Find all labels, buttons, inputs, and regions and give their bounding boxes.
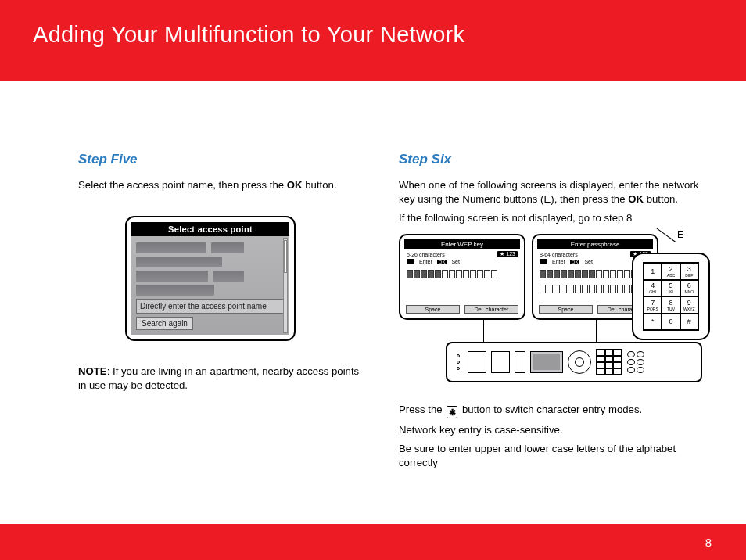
- lcd5-item-blurred: [136, 242, 285, 253]
- lcd1-enter: Enter: [419, 259, 432, 264]
- key-4: 4GHI: [644, 280, 662, 297]
- note-label: NOTE: [78, 365, 107, 377]
- step5-instr-post: button.: [303, 179, 337, 191]
- lcd2-set: Set: [584, 259, 593, 264]
- key-0: 0: [662, 314, 680, 331]
- lcd5-item-blurred: [136, 257, 285, 267]
- step5-instr-pre: Select the access point name, then press…: [78, 179, 287, 191]
- panel-nav-wheel-icon: [568, 350, 591, 374]
- step6-p1-post: button.: [644, 193, 678, 205]
- step-six-column: Step Six When one of the following scree…: [399, 152, 713, 475]
- step-six-heading: Step Six: [399, 152, 713, 167]
- keypad-grid-icon: [407, 259, 414, 264]
- key-6: 6MNO: [680, 280, 698, 297]
- numeric-keypad: 1 2ABC 3DEF 4GHI 5JKL 6MNO 7PQRS 8TUV 9W…: [632, 253, 710, 340]
- step6-after1: Press the ✱ button to switch character e…: [399, 403, 713, 418]
- lcd2-space-btn: Space: [539, 305, 593, 314]
- key-3: 3DEF: [680, 263, 698, 280]
- lcd1-set: Set: [451, 259, 460, 264]
- ok-icon: OK: [437, 260, 447, 264]
- panel-lcd-icon: [530, 351, 563, 373]
- blur-segment: [136, 257, 222, 267]
- panel-keypad-icon: [596, 349, 622, 375]
- blur-segment: [136, 242, 206, 253]
- star-button-icon: ✱: [447, 406, 457, 418]
- key-8: 8TUV: [662, 296, 680, 314]
- key-9: 9WXYZ: [680, 296, 698, 314]
- page-footer: 8: [0, 524, 746, 560]
- lcd5-directly-enter: Directly enter the access point name: [136, 299, 285, 314]
- keypad-grid-icon: [540, 259, 547, 264]
- panel-button: [515, 351, 525, 373]
- blur-segment: [136, 285, 214, 296]
- document-page: Adding Your Multifunction to Your Networ…: [0, 0, 746, 560]
- lcd5-item-blurred: [136, 285, 285, 296]
- lcd2-title: Enter passphrase: [537, 239, 653, 249]
- ok-icon: OK: [570, 260, 580, 264]
- panel-oval-buttons: [627, 351, 644, 373]
- step6-p2: If the following screen is not displayed…: [399, 211, 713, 225]
- key-2: 2ABC: [662, 263, 680, 280]
- lcd1-mode: 123: [506, 251, 515, 257]
- printer-control-panel: [446, 342, 702, 382]
- step6-figure: E Enter WEP key 5-26 characters ★ 123 E: [399, 234, 713, 390]
- lcd1-mode-badge: ★ 123: [497, 251, 518, 257]
- step5-lcd-figure: Select access point Directly enter the a…: [125, 216, 368, 341]
- lcd2-chars: 8-64 characters: [540, 252, 578, 257]
- lcd1-space-btn: Space: [406, 305, 460, 314]
- step-five-column: Step Five Select the access point name, …: [78, 152, 368, 475]
- step5-note: NOTE: If you are living in an apartment,…: [78, 364, 368, 393]
- panel-button: [468, 351, 486, 373]
- after1-pre: Press the: [399, 404, 445, 415]
- lcd1-del-btn: Del. character: [464, 305, 518, 314]
- lcd5-inner: Select access point Directly enter the a…: [131, 222, 289, 335]
- blur-segment: [211, 242, 244, 253]
- step6-after2: Network key entry is case-sensitive.: [399, 423, 713, 437]
- step6-p1: When one of the following screens is dis…: [399, 178, 713, 206]
- lcd5-search-again: Search again: [136, 317, 193, 330]
- lcd5-body: Directly enter the access point name Sea…: [131, 236, 289, 335]
- lcd1-chars: 5-26 characters: [407, 252, 445, 257]
- key-5: 5JKL: [662, 280, 680, 297]
- key-hash: #: [680, 314, 698, 331]
- step5-instr-bold: OK: [287, 179, 303, 191]
- after1-post: button to switch character entry modes.: [459, 404, 642, 415]
- lcd-enter-wep-key: Enter WEP key 5-26 characters ★ 123 Ente…: [399, 234, 525, 320]
- callout-line: [483, 320, 484, 342]
- callout-e-label: E: [677, 229, 683, 240]
- panel-indicator-leds: [454, 354, 463, 370]
- lcd1-title: Enter WEP key: [404, 239, 520, 249]
- step-five-heading: Step Five: [78, 152, 368, 167]
- lcd5-item-blurred: [136, 271, 285, 282]
- step6-p1-bold: OK: [628, 193, 644, 205]
- key-7: 7PQRS: [644, 296, 662, 314]
- step-five-instruction: Select the access point name, then press…: [78, 178, 368, 192]
- blur-segment: [213, 271, 244, 282]
- lcd2-enter: Enter: [552, 259, 565, 264]
- panel-button: [491, 351, 510, 373]
- lcd5-scrollbar: [283, 238, 288, 333]
- step6-after3: Be sure to enter upper and lower case le…: [399, 442, 713, 470]
- key-star: *: [644, 314, 662, 331]
- key-1: 1: [644, 263, 662, 280]
- content-area: Step Five Select the access point name, …: [0, 81, 746, 475]
- callout-line: [596, 320, 597, 342]
- page-title: Adding Your Multifunction to Your Networ…: [33, 22, 746, 48]
- blur-segment: [136, 271, 208, 282]
- lcd1-input-row: [407, 270, 518, 278]
- lcd-select-access-point: Select access point Directly enter the a…: [125, 216, 296, 341]
- note-text: : If you are living in an apartment, nea…: [78, 365, 359, 391]
- page-header: Adding Your Multifunction to Your Networ…: [0, 0, 746, 81]
- lcd5-title: Select access point: [131, 222, 289, 236]
- page-number: 8: [705, 536, 712, 549]
